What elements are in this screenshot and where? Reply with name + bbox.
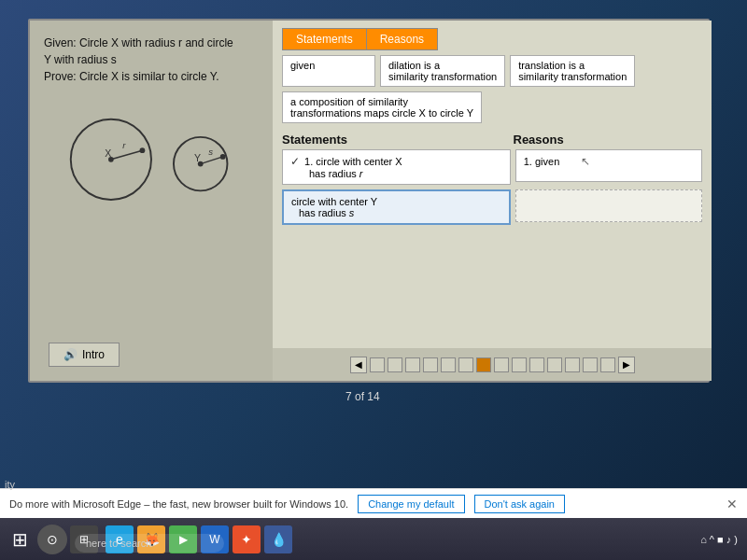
circles-diagram: X r Y s (44, 99, 259, 211)
drag-translation[interactable]: translation is a similarity transformati… (510, 55, 635, 87)
circles-svg: X r Y s (44, 99, 259, 211)
nav-box-14[interactable] (600, 357, 615, 372)
nav-box-6[interactable] (458, 357, 473, 372)
cursor-icon: ↖ (581, 155, 590, 168)
statement-text-1b: has radius r (309, 168, 362, 179)
nav-box-2[interactable] (388, 357, 402, 372)
proof-row-2: circle with center Y has radius s (282, 189, 702, 225)
proof-headers: Statements Reasons (282, 133, 702, 147)
statement-cell-2[interactable]: circle with center Y has radius s (282, 189, 511, 225)
app6-glyph: 💧 (271, 532, 287, 547)
reason-text-1: 1. given (524, 156, 560, 167)
dont-ask-button[interactable]: Don't ask again (474, 495, 565, 513)
app5-glyph: ✦ (241, 532, 252, 547)
nav-box-1[interactable] (370, 357, 385, 372)
drag-given[interactable]: given (282, 55, 375, 87)
tab-statements[interactable]: Statements (282, 28, 366, 50)
nav-next[interactable]: ▶ (618, 357, 635, 373)
given-text: Given: Circle X with radius r and circle… (44, 35, 259, 85)
svg-line-9 (201, 157, 223, 164)
reason-cell-1: 1. given ↖ (515, 149, 702, 182)
edge-bar: Do more with Microsoft Edge – the fast, … (0, 488, 747, 518)
svg-text:s: s (208, 147, 213, 157)
intro-label: Intro (82, 348, 105, 361)
nav-box-13[interactable] (583, 357, 598, 372)
svg-text:r: r (122, 140, 126, 150)
windows-button[interactable]: ⊞ (5, 525, 35, 554)
desktop: Given: Circle X with radius r and circle… (0, 0, 747, 560)
statement-num-1: 1. (304, 156, 313, 167)
app6-icon[interactable]: 💧 (264, 525, 292, 553)
statement-cell-1: ✓ 1. circle with center X has radius r (282, 149, 511, 185)
svg-text:X: X (105, 147, 111, 159)
svg-point-4 (140, 147, 146, 153)
edge-message: Do more with Microsoft Edge – the fast, … (9, 498, 348, 510)
nav-box-3[interactable] (405, 357, 420, 372)
taskbar: ⊞ ⊙ ⊞ e 🦊 ▶ W ✦ 💧 (0, 518, 747, 560)
search-button[interactable]: ⊙ (37, 525, 67, 554)
statements-header: Statements (282, 133, 514, 147)
speaker-icon: 🔊 (63, 348, 78, 361)
statement-text-2: circle with center Y (291, 196, 377, 207)
statement-text-1: circle with center X (316, 156, 402, 167)
proof-row-1: ✓ 1. circle with center X has radius r 1… (282, 149, 702, 185)
page-info: 7 of 14 (345, 390, 380, 403)
edge-close-button[interactable]: ✕ (726, 497, 738, 511)
nav-box-7-active[interactable] (476, 357, 491, 372)
statement-text-2b: has radius s (299, 207, 354, 218)
nav-box-10[interactable] (529, 357, 544, 372)
reason-cell-2[interactable] (515, 189, 702, 222)
nav-prev[interactable]: ◀ (350, 357, 367, 373)
drag-options: given dilation is a similarity transform… (273, 50, 712, 128)
svg-text:Y: Y (194, 152, 201, 163)
checkmark-1: ✓ (290, 155, 300, 168)
nav-box-12[interactable] (565, 357, 580, 372)
search-placeholder: here to search (86, 538, 151, 549)
tabs-container: Statements Reasons (273, 21, 712, 50)
left-panel: Given: Circle X with radius r and circle… (30, 21, 273, 381)
nav-box-9[interactable] (512, 357, 527, 372)
right-panel: Statements Reasons given dilation is a s… (273, 21, 712, 381)
nav-bar: ◀ ▶ (273, 348, 712, 381)
given-line2: Y with radius s (44, 51, 259, 68)
drag-composition[interactable]: a composition of similarity transformati… (282, 91, 482, 123)
reasons-header: Reasons (514, 133, 703, 147)
side-label: ity (5, 479, 15, 490)
nav-box-4[interactable] (423, 357, 438, 372)
taskbar-right: ⌂ ^ ■ ♪ ) (700, 534, 738, 545)
svg-line-3 (111, 150, 143, 160)
intro-button[interactable]: 🔊 Intro (49, 343, 120, 367)
system-tray: ⌂ ^ ■ ♪ ) (700, 534, 738, 545)
nav-box-11[interactable] (547, 357, 562, 372)
taskbar-search[interactable]: here to search (75, 534, 224, 553)
search-icon: ⊙ (47, 532, 58, 547)
nav-box-8[interactable] (494, 357, 509, 372)
given-line1: Given: Circle X with radius r and circle (44, 35, 259, 51)
change-default-button[interactable]: Change my default (358, 495, 464, 513)
proof-table: Statements Reasons ✓ 1. circle with cent… (282, 133, 702, 225)
main-window: Given: Circle X with radius r and circle… (28, 19, 710, 383)
tab-reasons[interactable]: Reasons (366, 28, 438, 50)
given-line3: Prove: Circle X is similar to circle Y. (44, 68, 259, 85)
nav-box-5[interactable] (441, 357, 456, 372)
drag-dilation[interactable]: dilation is a similarity transformation (380, 55, 505, 87)
svg-point-10 (220, 154, 226, 160)
app5-icon[interactable]: ✦ (233, 525, 261, 553)
